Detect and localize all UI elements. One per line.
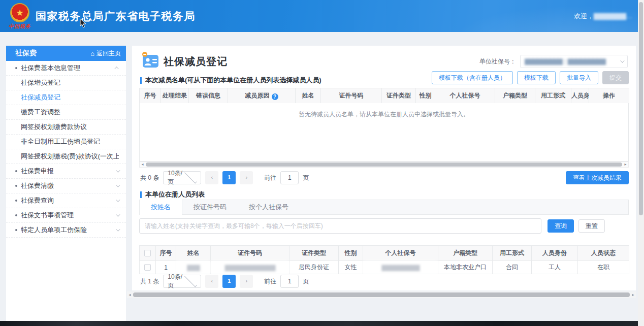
sidebar-title: 社保费 (15, 49, 90, 58)
toolbar: 模板下载（含在册人员） 模板下载 批量导入 提交 (432, 71, 629, 84)
bullet-icon (15, 200, 17, 202)
col-index: 序号 (156, 246, 176, 261)
row-checkbox[interactable] (144, 264, 151, 271)
chevron-down-icon (116, 212, 120, 216)
reset-button[interactable]: 重置 (578, 219, 605, 233)
section-registered-list-title: 本单位在册人员列表 (140, 190, 205, 199)
cell-name-redacted: ▇▇▇ (176, 261, 211, 274)
main-panel: 社保减员登记 单位社保号： ▇▇▇▇▇▇▇▇▇｜▇▇▇▇▇▇▇▇▇ 本次减员名单… (132, 46, 636, 290)
sidebar-item-reduce-member[interactable]: 社保减员登记 (6, 90, 126, 105)
submit-button[interactable]: 提交 (602, 71, 629, 84)
col-employment-form: 用工形式 (493, 246, 532, 261)
scrollbar-thumb[interactable] (146, 162, 622, 167)
page-unit-label: 页 (303, 277, 309, 286)
goto-label: 前往 (264, 277, 276, 286)
scroll-left-icon[interactable]: ◂ (127, 292, 133, 298)
bullet-icon (15, 229, 17, 231)
current-page[interactable]: 1 (222, 275, 236, 288)
current-page[interactable]: 1 (222, 171, 236, 184)
prev-page-button[interactable]: ‹ (205, 171, 218, 184)
cell-person-status: 在职 (578, 261, 629, 274)
table-header-row: 序号 处理结果 错误信息 减员原因? 姓名 证件号码 证件类型 性别 个人社保号… (140, 88, 629, 104)
chevron-down-icon (116, 198, 120, 202)
unit-ssn-field: 单位社保号： ▇▇▇▇▇▇▇▇▇｜▇▇▇▇▇▇▇▇▇ (479, 55, 628, 68)
goto-page-input[interactable] (280, 171, 299, 184)
pagination-registered-list: 共 1 条 10条/页 ‹ 1 › 前往 页 (140, 275, 309, 288)
sidebar-group-document-mgmt[interactable]: 社保文书事项管理 (6, 208, 126, 223)
chevron-down-icon (184, 171, 197, 183)
chevron-down-icon (116, 227, 120, 231)
total-count: 共 0 条 (140, 174, 159, 182)
scroll-right-icon[interactable]: ▸ (630, 292, 636, 298)
cell-gender: 女性 (339, 261, 363, 274)
cell-person-identity: 工人 (532, 261, 578, 274)
template-download-button[interactable]: 模板下载 (517, 71, 556, 84)
cell-personal-ssn-redacted: ▇▇▇▇▇▇▇▇▇ (363, 261, 438, 274)
scrollbar-thumb[interactable] (133, 292, 630, 297)
col-personal-ssn: 个人社保号 (363, 246, 438, 261)
batch-import-button[interactable]: 批量导入 (560, 71, 598, 84)
bullet-icon (15, 170, 17, 172)
page-size-select[interactable]: 10条/页 (163, 275, 201, 288)
page-vertical-scrollbar (638, 0, 644, 326)
bullet-icon (15, 214, 17, 216)
unit-ssn-value-redacted: ▇▇▇▇▇▇▇▇▇｜▇▇▇▇▇▇▇▇▇ (525, 57, 620, 66)
col-actions: 操作 (589, 88, 629, 104)
sidebar-item-tax-fee-agreement[interactable]: 网签授权划缴税(费)款协议(一次上门) (6, 149, 126, 164)
sidebar-group-special-injury[interactable]: 特定人员单项工伤保险 (6, 223, 126, 238)
scroll-left-icon[interactable]: ◂ (140, 162, 145, 167)
registered-members-table: 序号 姓名 证件号码 证件类型 性别 个人社保号 户籍类型 用工形式 人员身份 … (139, 245, 629, 274)
scroll-right-icon[interactable]: ▸ (623, 162, 628, 167)
chevron-down-icon (184, 274, 197, 287)
sidebar-group-declare[interactable]: 社保费申报 (6, 164, 126, 179)
col-employment-form: 用工形式 (535, 88, 571, 104)
col-person-status: 人员状态 (578, 246, 629, 261)
sidebar-header: 社保费 ⌂返回主页 (6, 46, 126, 61)
col-id-type: 证件类型 (382, 88, 416, 104)
page-size-select[interactable]: 10条/页 (163, 171, 201, 184)
col-reduce-reason: 减员原因? (228, 88, 296, 104)
sidebar-group-settle[interactable]: 社保费清缴 (6, 179, 126, 193)
scrollbar-thumb[interactable] (639, 2, 643, 215)
select-all-checkbox[interactable] (144, 250, 151, 256)
tax-bureau-logo: ★ 中国税务 (8, 3, 31, 30)
sidebar-item-fee-agreement[interactable]: 网签授权划缴费款协议 (6, 120, 126, 135)
col-id-number: 证件号码 (321, 88, 382, 104)
col-gender: 性别 (416, 88, 435, 104)
search-input[interactable] (139, 218, 541, 234)
sidebar-group-basic-info-mgmt[interactable]: 社保费基本信息管理 (6, 61, 126, 76)
tab-by-id-number[interactable]: 按证件号码 (182, 200, 238, 214)
section-reduce-list-title: 本次减员名单(可从下面的本单位在册人员列表选择减员人员) (140, 76, 321, 85)
col-name: 姓名 (176, 246, 211, 261)
chevron-down-icon (116, 168, 120, 172)
search-row: 查询 重置 (139, 218, 629, 234)
col-person-identity: 人员身份 (571, 88, 589, 104)
top-header: ★ 中国税务 国家税务总局广东省电子税务局 欢迎，▇▇▇▇▇▇▇… (0, 0, 644, 32)
sidebar-item-parttime-injury[interactable]: 非全日制用工工伤增员登记 (6, 135, 126, 149)
cell-id-number-redacted: ▇▇▇▇▇▇▇▇▇▇▇▇ (211, 261, 289, 274)
sidebar-item-add-member[interactable]: 社保增员登记 (6, 76, 126, 90)
col-select (140, 246, 156, 261)
tab-by-name[interactable]: 按姓名 (140, 200, 182, 215)
welcome-user[interactable]: 欢迎，▇▇▇▇▇▇▇… (574, 0, 632, 32)
next-page-button[interactable]: › (240, 171, 253, 184)
sidebar-group-query[interactable]: 社保费查询 (6, 193, 126, 208)
goto-label: 前往 (264, 174, 276, 182)
unit-ssn-select[interactable]: ▇▇▇▇▇▇▇▇▇｜▇▇▇▇▇▇▇▇▇ (520, 55, 628, 68)
prev-page-button[interactable]: ‹ (205, 275, 218, 288)
goto-page-input[interactable] (280, 275, 299, 288)
cell-employment-form: 合同 (493, 261, 532, 274)
page-horizontal-scrollbar: ◂ ▸ (127, 291, 636, 298)
template-download-with-members-button[interactable]: 模板下载（含在册人员） (432, 71, 513, 84)
help-icon[interactable]: ? (272, 93, 278, 100)
view-last-results-button[interactable]: 查看上次减员结果 (566, 171, 629, 184)
return-home-link[interactable]: ⌂返回主页 (90, 49, 121, 58)
tab-by-personal-ssn[interactable]: 按个人社保号 (238, 200, 300, 214)
next-page-button[interactable]: › (240, 275, 253, 288)
mouse-cursor-icon (80, 18, 86, 28)
col-gender: 性别 (339, 246, 363, 261)
table-row: 1 ▇▇▇ ▇▇▇▇▇▇▇▇▇▇▇▇ 居民身份证 女性 ▇▇▇▇▇▇▇▇▇ 本地… (140, 261, 629, 274)
sidebar-item-wage-adjust[interactable]: 缴费工资调整 (6, 105, 126, 120)
site-title: 国家税务总局广东省电子税务局 (36, 0, 196, 32)
query-button[interactable]: 查询 (548, 219, 574, 233)
